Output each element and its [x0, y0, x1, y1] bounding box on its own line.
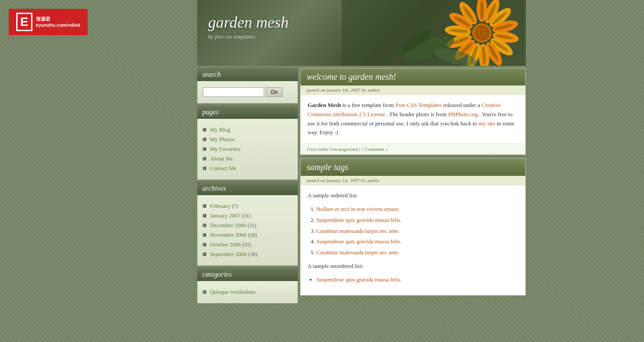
page-link-myfavorites[interactable]: My Favorites: [210, 146, 241, 153]
content-wrapper: search Go pages My Blog: [197, 66, 526, 306]
post-text: . The header photo is from: [386, 111, 448, 118]
post-sample-tags: sample tags posted on january 1st, 2007 …: [300, 158, 526, 295]
site-title: garden mesh: [208, 13, 289, 32]
free-css-templates-link[interactable]: Free CSS Templates: [395, 102, 442, 108]
search-form: Go: [203, 85, 292, 100]
list-item: Suspendisse quis gravida massa felis.: [316, 215, 518, 226]
logo-area: E 资源君 eyunzhu.com/vdisk: [9, 9, 88, 35]
post-body: A sample ordered list: Nullam et orci in…: [301, 185, 525, 295]
post-welcome: welcome to garden mesh! posted on januar…: [300, 68, 526, 155]
post-text: released under a: [443, 102, 481, 108]
unordered-list-link[interactable]: Suspendisse quis gravida massa felis.: [316, 276, 402, 283]
list-item: Quisque vestibulum: [203, 287, 292, 297]
logo-text: 资源君 eyunzhu.com/vdisk: [36, 16, 80, 28]
logo-line2: eyunzhu.com/vdisk: [36, 22, 80, 28]
list-item: February (7): [203, 201, 292, 211]
ordered-list-link[interactable]: Nullam et orci in erat viverra ornare.: [316, 206, 400, 212]
post-footer: Filed under Uncategorized | 1 Comment »: [301, 143, 525, 154]
archive-link-oct2006[interactable]: October 2006: [210, 241, 241, 248]
search-section-title: search: [197, 68, 298, 81]
svg-point-32: [481, 28, 483, 30]
categories-list: Quisque vestibulum: [203, 285, 292, 299]
list-bullet: [203, 204, 206, 208]
ordered-list-link[interactable]: Suspendisse quis gravida massa felis.: [316, 217, 402, 223]
unordered-list-intro: A sample unordered list:: [308, 262, 518, 271]
sidebar-search-section: search Go: [197, 68, 298, 103]
list-bullet: [203, 214, 206, 217]
logo-image: E 资源君 eyunzhu.com/vdisk: [9, 9, 88, 35]
archive-count: (31): [242, 242, 251, 248]
ordered-list-link[interactable]: Curabitur malesuada turpis nec ante.: [316, 249, 400, 256]
svg-point-36: [481, 36, 483, 37]
list-bullet: [203, 147, 206, 151]
svg-point-38: [478, 32, 479, 34]
svg-point-37: [478, 35, 480, 36]
list-item: October 2006 (31): [203, 240, 292, 249]
list-bullet: [203, 233, 206, 237]
comment-link[interactable]: 1 Comment »: [361, 146, 388, 152]
list-bullet: [203, 253, 206, 256]
svg-point-34: [485, 32, 486, 34]
archive-link-jan2007[interactable]: January 2007: [210, 212, 241, 219]
list-item: November 2006 (30): [203, 230, 292, 240]
pdphoto-link[interactable]: PDPhoto.org: [448, 111, 478, 118]
list-item: Nullam et orci in erat viverra ornare.: [316, 204, 518, 215]
archive-link-nov2006[interactable]: November 2006: [210, 232, 247, 239]
archive-count: (31): [242, 213, 251, 219]
list-item: Curabitur malesuada turpis nec ante.: [316, 226, 518, 237]
archive-count: (30): [248, 251, 257, 258]
list-item: My Favorites: [203, 144, 292, 154]
ordered-list-link[interactable]: Suspendisse quis gravida massa felis.: [316, 238, 402, 245]
post-paragraph: Garden Mesh is a free template from Free…: [308, 101, 518, 137]
list-bullet: [203, 138, 206, 141]
sidebar-categories-section: categories Quisque vestibulum: [197, 268, 298, 303]
list-bullet: [203, 157, 206, 160]
category-link-quisque[interactable]: Quisque vestibulum: [210, 289, 255, 296]
archives-list: February (7) January 2007 (31) December …: [203, 199, 292, 262]
list-bullet: [203, 290, 206, 294]
page-link-aboutme[interactable]: About Me: [210, 155, 233, 162]
sidebar-archives-section: archives February (7) January 2007 (31): [197, 182, 298, 266]
list-bullet: [203, 128, 206, 132]
search-button[interactable]: Go: [266, 87, 283, 97]
list-item: Suspendisse quis gravida massa felis.: [316, 236, 518, 247]
uncategorized-link[interactable]: Uncategorized: [330, 146, 358, 152]
my-site-link[interactable]: my site: [478, 120, 495, 127]
page-link-myblog[interactable]: My Blog: [210, 126, 230, 133]
archive-link-february[interactable]: February: [210, 203, 230, 210]
post-title: sample tags: [307, 162, 519, 172]
sidebar-pages-section: pages My Blog My Photos My F: [197, 106, 298, 180]
svg-point-35: [484, 35, 485, 36]
list-item: Curabitur malesuada turpis nec ante.: [316, 247, 518, 258]
post-bold-text: Garden Mesh: [308, 102, 341, 108]
ordered-list: Nullam et orci in erat viverra ornare. S…: [316, 204, 518, 258]
svg-point-15: [480, 0, 484, 20]
pages-list: My Blog My Photos My Favorites Abou: [203, 122, 292, 176]
post-title-bar: sample tags: [301, 159, 525, 176]
site-subtitle: by free css templates: [208, 33, 289, 40]
archive-count: (31): [248, 222, 256, 229]
categories-content: Quisque vestibulum: [197, 281, 298, 303]
page-link-myphotos[interactable]: My Photos: [210, 136, 235, 143]
list-bullet: [203, 224, 206, 227]
post-meta: posted on january 1th, 2007 by author: [301, 86, 525, 95]
search-input[interactable]: [203, 87, 264, 97]
list-item: Suspendisse quis gravida massa felis.: [316, 274, 518, 285]
categories-section-title: categories: [197, 268, 298, 281]
svg-point-33: [484, 29, 485, 31]
post-title-bar: welcome to garden mesh!: [301, 68, 525, 86]
archive-link-dec2006[interactable]: December 2006: [210, 222, 246, 229]
list-item: Contact Me: [203, 164, 292, 173]
site-title-area: garden mesh by free css templates: [208, 13, 289, 40]
header-flower-svg: [342, 0, 526, 66]
svg-point-31: [478, 29, 480, 31]
ordered-list-link[interactable]: Curabitur malesuada turpis nec ante.: [316, 228, 400, 234]
post-title: welcome to garden mesh!: [307, 72, 519, 82]
list-bullet: [203, 167, 206, 170]
page-link-contactme[interactable]: Contact Me: [210, 165, 237, 172]
pages-section-title: pages: [197, 106, 298, 119]
page-wrapper: garden mesh by free css templates search…: [197, 0, 526, 306]
archive-link-sep2006[interactable]: September 2006: [210, 251, 247, 258]
search-content: Go: [197, 81, 298, 103]
sidebar: search Go pages My Blog: [197, 66, 298, 306]
